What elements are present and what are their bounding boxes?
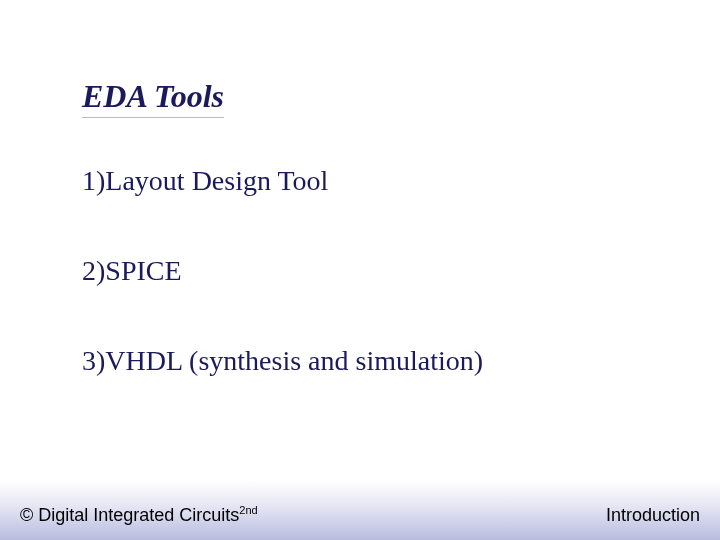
list-item: 2)SPICE (82, 255, 182, 287)
footer-right: Introduction (606, 505, 700, 526)
list-item: 3)VHDL (synthesis and simulation) (82, 345, 483, 377)
list-item: 1)Layout Design Tool (82, 165, 328, 197)
footer-edition: 2nd (239, 504, 257, 516)
footer-bar: © Digital Integrated Circuits2nd Introdu… (0, 480, 720, 540)
slide-title: EDA Tools (82, 78, 224, 118)
footer-copyright: © Digital Integrated Circuits (20, 505, 239, 525)
slide: EDA Tools 1)Layout Design Tool 2)SPICE 3… (0, 0, 720, 540)
footer-left: © Digital Integrated Circuits2nd (20, 504, 258, 526)
